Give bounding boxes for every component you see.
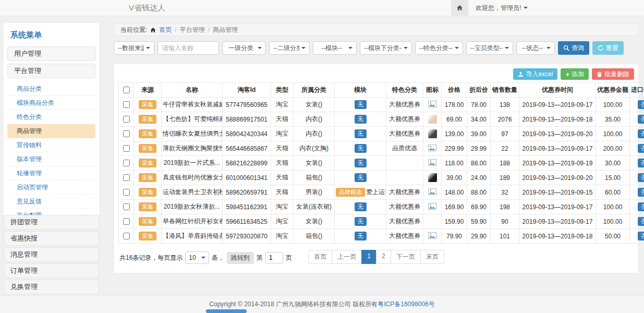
row-checkbox[interactable] <box>123 116 130 123</box>
module-badge[interactable]: 无 <box>355 144 367 153</box>
source-badge: 采集 <box>139 217 156 226</box>
page-button-末页[interactable]: 末页 <box>420 250 444 264</box>
sidebar-item-平台管理[interactable]: 平台管理 <box>7 64 95 78</box>
import-select-toggle[interactable]: 否 <box>638 115 644 124</box>
product-thumbnail <box>428 129 437 138</box>
import-select-toggle[interactable]: 否 <box>638 188 644 197</box>
user-menu[interactable]: 欢迎您，管理员! <box>476 0 528 16</box>
icon-cell <box>423 214 442 229</box>
jump-button[interactable]: 跳转到 <box>227 252 254 264</box>
import-select-toggle[interactable]: 否 <box>638 159 644 167</box>
import-select-toggle[interactable]: 否 <box>638 129 644 138</box>
module-badge[interactable]: 无 <box>355 100 367 109</box>
filter-select-secondary-category[interactable]: --二级分类-- <box>269 41 310 55</box>
import-select-toggle[interactable]: 否 <box>638 100 644 109</box>
sidebar-item-兑换管理[interactable]: 兑换管理 <box>4 280 99 294</box>
module-badge[interactable]: 无 <box>355 232 367 240</box>
import-select-toggle[interactable]: 否 <box>638 144 644 153</box>
module-badge[interactable]: 无 <box>355 202 367 211</box>
row-checkbox[interactable] <box>123 130 130 137</box>
sidebar-item-订单管理[interactable]: 订单管理 <box>4 263 99 278</box>
filter-select-item-type[interactable]: --宝贝类型-- <box>466 41 513 55</box>
select-all-checkbox[interactable] <box>123 87 130 93</box>
sidebar-item-用户管理[interactable]: 用户管理 <box>7 46 95 61</box>
sidebar-subitem-轮播管理[interactable]: 轮播管理 <box>7 166 95 180</box>
row-select-cell <box>119 112 134 127</box>
import-select-toggle[interactable]: 否 <box>638 232 644 240</box>
sidebar-item-省惠快报[interactable]: 省惠快报 <box>4 231 99 246</box>
coupon-amount: 100.00 <box>596 214 630 229</box>
import-select-toggle[interactable]: 否 <box>638 173 644 182</box>
caret-down-icon <box>348 47 353 49</box>
row-checkbox[interactable] <box>123 218 130 225</box>
import-select-toggle[interactable]: 否 <box>638 217 644 226</box>
page-button-上一页[interactable]: 上一页 <box>332 250 362 264</box>
table-row: 采集2019新款女秋薄款...598451162391淘宝女装(连衣裙)无大额优… <box>119 200 644 214</box>
add-button[interactable]: + 添加 <box>561 68 589 80</box>
sidebar-subitem-宣传物料[interactable]: 宣传物料 <box>7 138 95 152</box>
row-checkbox[interactable] <box>123 174 130 181</box>
filter-select-feature-category[interactable]: --特色分类-- <box>415 41 463 55</box>
row-checkbox[interactable] <box>123 233 130 239</box>
module-badge[interactable]: 无 <box>355 159 367 167</box>
module-badge[interactable]: 无 <box>355 173 367 182</box>
module-badge[interactable]: 无 <box>355 129 367 138</box>
coupon-time: 2019-09-13—2019-09-18 <box>519 229 596 244</box>
sidebar-subitem-意见反馈[interactable]: 意见反馈 <box>7 195 95 209</box>
horizontal-scrollbar-thumb[interactable] <box>206 309 247 313</box>
product-name: 2019新款女秋薄款... <box>162 200 223 214</box>
query-button[interactable]: 查询 <box>558 41 589 55</box>
module-badge[interactable]: 品牌精选 <box>336 188 365 197</box>
page-button-下一页[interactable]: 下一页 <box>391 250 421 264</box>
row-select-cell <box>119 156 134 171</box>
row-checkbox[interactable] <box>123 101 130 108</box>
row-select-cell <box>119 127 134 141</box>
page-size-select[interactable]: 10 <box>185 251 209 264</box>
product-name: 2019新款一片式系... <box>162 156 223 171</box>
coupon-time: 2019-09-13—2019-09-17 <box>519 200 596 214</box>
reset-button[interactable]: 重置 <box>592 41 624 55</box>
module-badge[interactable]: 无 <box>355 115 367 124</box>
caret-down-icon <box>546 47 551 49</box>
sidebar-item-拼团管理[interactable]: 拼团管理 <box>4 215 99 230</box>
filter-select-module[interactable]: --模块-- <box>313 41 357 55</box>
sidebar-item-消息管理[interactable]: 消息管理 <box>4 247 99 262</box>
row-checkbox[interactable] <box>123 189 130 196</box>
import-select-cell: 否 <box>630 214 644 229</box>
icp-link[interactable]: 粤ICP备16098006号 <box>378 300 434 309</box>
breadcrumb-home-link[interactable]: 首页 <box>159 23 172 36</box>
sidebar-subitem-商品分类[interactable]: 商品分类 <box>7 82 95 96</box>
sidebar-subitem-模块商品分类[interactable]: 模块商品分类 <box>7 96 95 110</box>
filter-select-status[interactable]: --状态-- <box>516 41 555 55</box>
home-button[interactable] <box>451 0 468 16</box>
coupon-time: 2019-09-13—2019-09-17 <box>519 141 596 156</box>
content-panel: 导入excel + 添加 批量删除 来源名称淘客Id类型所属分类模块特色分类图标… <box>114 64 639 273</box>
page-button-首页[interactable]: 首页 <box>308 250 332 264</box>
add-label: 添加 <box>572 70 584 79</box>
row-checkbox[interactable] <box>123 203 130 210</box>
search-icon <box>563 45 569 51</box>
page-button-1[interactable]: 1 <box>361 250 376 264</box>
caret-down-icon <box>455 47 459 49</box>
sidebar-subitem-启动页管理[interactable]: 启动页管理 <box>7 180 95 195</box>
import-select-toggle[interactable]: 否 <box>638 202 644 211</box>
row-checkbox[interactable] <box>123 160 130 166</box>
name-search-input[interactable] <box>157 41 219 55</box>
batch-delete-button[interactable]: 批量删除 <box>592 68 634 80</box>
filter-select-data-source[interactable]: --数据来源-- <box>114 41 154 55</box>
source-cell: 采集 <box>134 185 162 200</box>
sidebar-subitem-特色分类[interactable]: 特色分类 <box>7 110 95 124</box>
module-badge[interactable]: 无 <box>355 217 367 226</box>
discount-price: 78.00 <box>467 98 491 112</box>
filter-select-primary-category[interactable]: 一级分类 <box>222 41 266 55</box>
price: 118.00 <box>442 156 467 171</box>
page-button-2[interactable]: 2 <box>376 250 391 264</box>
row-checkbox[interactable] <box>123 145 130 152</box>
jump-suffix: 页 <box>286 254 292 262</box>
sidebar-subitem-商品管理[interactable]: 商品管理 <box>7 124 95 138</box>
sales-count: 188 <box>491 156 519 171</box>
filter-select-module-subcategory[interactable]: --模块下分类-- <box>360 41 412 55</box>
import-excel-button[interactable]: 导入excel <box>513 68 557 80</box>
page-number-input[interactable] <box>265 252 283 263</box>
sidebar-subitem-版本管理[interactable]: 版本管理 <box>7 152 95 166</box>
